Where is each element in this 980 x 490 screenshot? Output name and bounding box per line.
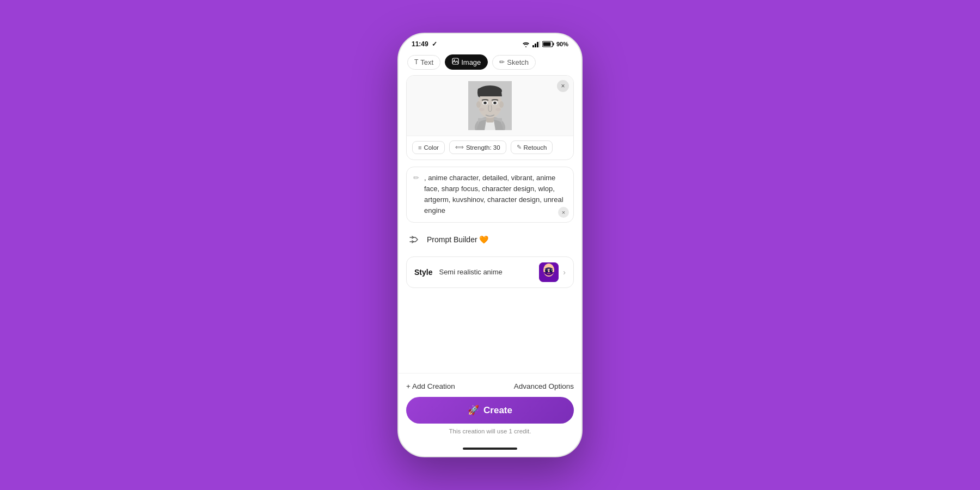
tab-image[interactable]: Image [445, 54, 488, 70]
svg-point-22 [485, 102, 486, 104]
tab-text[interactable]: T Text [407, 55, 440, 70]
prompt-builder-label[interactable]: Prompt Builder 🧡 [427, 235, 488, 244]
style-thumbnail [539, 262, 559, 282]
bottom-actions: + Add Creation Advanced Options [406, 377, 574, 394]
image-preview-area[interactable] [407, 76, 573, 136]
strength-label: Strength: 30 [466, 144, 500, 151]
controls-row: ≡ Color ⟺ Strength: 30 ✎ Retouch [407, 136, 573, 160]
credit-text: This creation will use 1 credit. [406, 428, 574, 437]
retouch-label: Retouch [524, 144, 547, 151]
shuffle-icon [406, 231, 422, 248]
bottom-section: + Add Creation Advanced Options 🚀 Create… [399, 373, 581, 441]
shuffle-svg [409, 236, 419, 243]
svg-point-16 [476, 101, 481, 108]
svg-point-24 [479, 108, 485, 111]
sketch-tab-icon: ✏ [499, 58, 505, 66]
image-icon [452, 58, 459, 65]
signal-icon [532, 41, 540, 47]
svg-rect-3 [539, 41, 540, 47]
create-emoji: 🚀 [468, 405, 479, 416]
svg-rect-2 [537, 42, 538, 47]
phone-frame: 11:49 ✓ [397, 33, 583, 457]
retouch-icon: ✎ [517, 144, 522, 151]
status-right: 90% [522, 41, 568, 47]
home-indicator [399, 441, 581, 456]
advanced-options-button[interactable]: Advanced Options [514, 382, 574, 390]
close-image-button[interactable]: × [557, 80, 569, 92]
home-bar [463, 448, 517, 450]
text-tab-icon: T [414, 58, 418, 66]
style-label: Style [414, 268, 432, 277]
sketch-tab-label: Sketch [507, 58, 529, 66]
status-bar: 11:49 ✓ [399, 34, 581, 51]
clear-prompt-button[interactable]: × [558, 207, 569, 218]
svg-rect-1 [535, 44, 536, 47]
prompt-container[interactable]: ✏ , anime character, detailed, vibrant, … [406, 167, 574, 223]
image-tab-label: Image [461, 58, 481, 66]
pencil-icon: ✏ [413, 174, 419, 182]
svg-rect-0 [532, 45, 534, 47]
style-value: Semi realistic anime [439, 268, 535, 276]
create-button[interactable]: 🚀 Create [406, 397, 574, 424]
svg-rect-7 [452, 58, 458, 64]
portrait-image [468, 81, 512, 130]
svg-point-25 [495, 108, 501, 111]
phone-screen: 11:49 ✓ [399, 34, 581, 456]
clear-prompt-icon: × [562, 209, 565, 216]
retouch-button[interactable]: ✎ Retouch [511, 140, 553, 154]
divider [399, 373, 581, 373]
close-image-icon: × [561, 82, 565, 90]
style-selector[interactable]: Style Semi realistic anime [406, 256, 574, 288]
check-icon: ✓ [432, 40, 437, 48]
svg-point-23 [494, 102, 496, 104]
strength-icon: ⟺ [455, 144, 464, 151]
prompt-builder-row[interactable]: Prompt Builder 🧡 [406, 229, 574, 250]
color-icon: ≡ [418, 144, 421, 151]
image-upload-area: × [406, 75, 574, 160]
time-display: 11:49 [412, 40, 428, 48]
scroll-content: × [399, 75, 581, 373]
svg-rect-5 [553, 43, 554, 46]
battery-icon [542, 41, 554, 47]
create-label: Create [483, 405, 512, 416]
color-button[interactable]: ≡ Color [412, 141, 445, 154]
svg-point-32 [547, 270, 548, 271]
wifi-icon [522, 41, 530, 47]
chevron-right-icon: › [563, 268, 566, 277]
svg-point-33 [552, 270, 553, 271]
status-left: 11:49 ✓ [412, 40, 437, 48]
tab-bar: T Text Image ✏ Sketch [399, 51, 581, 75]
battery-percent: 90% [556, 41, 568, 47]
svg-rect-6 [543, 42, 550, 46]
text-tab-label: Text [420, 58, 433, 66]
strength-button[interactable]: ⟺ Strength: 30 [449, 140, 506, 154]
add-creation-button[interactable]: + Add Creation [406, 382, 455, 390]
prompt-text[interactable]: , anime character, detailed, vibrant, an… [413, 173, 567, 217]
color-label: Color [424, 144, 438, 151]
style-thumb-svg [539, 262, 559, 282]
svg-point-8 [454, 59, 455, 60]
svg-point-17 [499, 101, 504, 108]
tab-sketch[interactable]: ✏ Sketch [492, 55, 536, 70]
image-tab-icon [452, 58, 459, 66]
